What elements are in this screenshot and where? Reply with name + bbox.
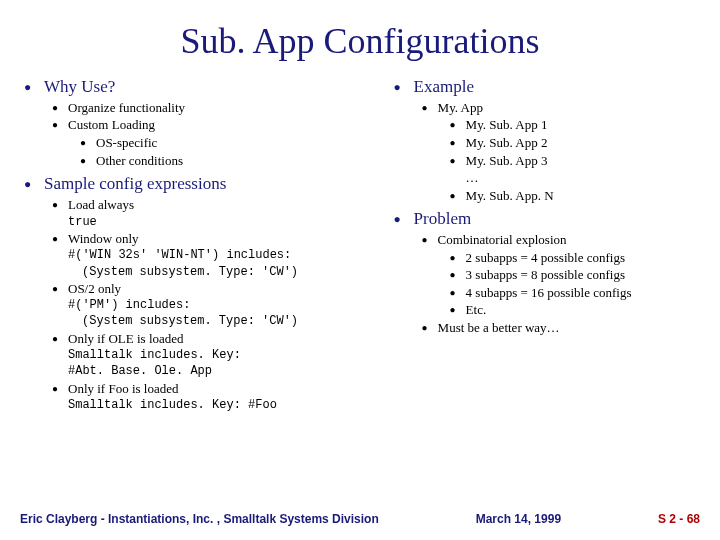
code-ole-2: #Abt. Base. Ole. App (68, 363, 394, 379)
slide-title: Sub. App Configurations (0, 0, 720, 68)
code-os2-1: #('PM') includes: (68, 297, 394, 313)
item-os2-only: OS/2 only (52, 281, 121, 296)
item-window-only: Window only (52, 231, 139, 246)
item-organize: Organize functionality (52, 100, 185, 115)
item-subappn: My. Sub. App. N (450, 188, 554, 203)
content-columns: Why Use? Organize functionality Custom L… (0, 68, 720, 413)
slide-footer: Eric Clayberg - Instantiations, Inc. , S… (0, 512, 720, 526)
item-custom-loading: Custom Loading (52, 117, 155, 132)
code-window-only-2: (System subsystem. Type: 'CW') (82, 264, 394, 280)
footer-author: Eric Clayberg - Instantiations, Inc. , S… (20, 512, 379, 526)
item-foo: Only if Foo is loaded (52, 381, 179, 396)
code-ole-1: Smalltalk includes. Key: (68, 347, 394, 363)
item-subapp2: My. Sub. App 2 (450, 135, 548, 150)
item-4subapps: 4 subapps = 16 possible configs (450, 285, 632, 300)
heading-example: Example (394, 77, 474, 96)
heading-problem: Problem (394, 209, 472, 228)
code-os2-2: (System subsystem. Type: 'CW') (82, 313, 394, 329)
item-2subapps: 2 subapps = 4 possible configs (450, 250, 625, 265)
item-3subapps: 3 subapps = 8 possible configs (450, 267, 625, 282)
heading-sample-config: Sample config expressions (24, 174, 226, 193)
footer-page-number: S 2 - 68 (658, 512, 700, 526)
code-window-only-1: #('WIN 32s' 'WIN-NT') includes: (68, 247, 394, 263)
code-foo: Smalltalk includes. Key: #Foo (68, 397, 394, 413)
item-ole: Only if OLE is loaded (52, 331, 184, 346)
heading-why-use: Why Use? (24, 77, 115, 96)
item-etc: Etc. (450, 302, 487, 317)
left-column: Why Use? Organize functionality Custom L… (24, 76, 394, 413)
item-subapp3: My. Sub. App 3 (450, 153, 548, 168)
code-load-always: true (68, 214, 394, 230)
item-combinatorial: Combinatorial explosion (422, 232, 567, 247)
right-column: Example My. App My. Sub. App 1 My. Sub. … (394, 76, 696, 413)
item-ellipsis: … (466, 169, 696, 187)
footer-date: March 14, 1999 (476, 512, 561, 526)
item-os-specific: OS-specific (80, 135, 157, 150)
item-better-way: Must be a better way… (422, 320, 560, 335)
item-subapp1: My. Sub. App 1 (450, 117, 548, 132)
item-load-always: Load always (52, 197, 134, 212)
item-other-conditions: Other conditions (80, 153, 183, 168)
item-myapp: My. App (422, 100, 483, 115)
